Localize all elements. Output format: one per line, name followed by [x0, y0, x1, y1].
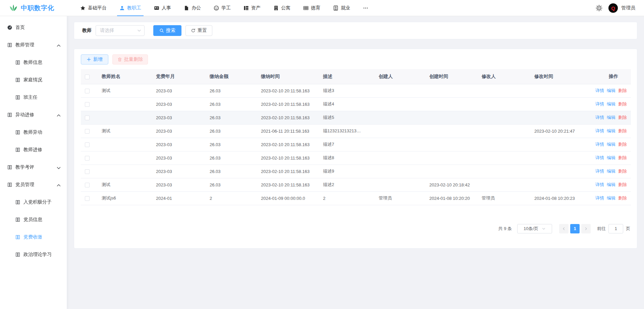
- row-checkbox[interactable]: [85, 183, 90, 187]
- sidebar-item-teacher-info[interactable]: 教师信息: [0, 54, 67, 71]
- delete-link[interactable]: 删除: [618, 101, 627, 106]
- nav-item-office[interactable]: 办公: [177, 0, 207, 16]
- username-label[interactable]: 管理员: [621, 5, 635, 11]
- nav-item-moral-education[interactable]: 德育: [297, 0, 327, 16]
- nav-item-label: 学工: [221, 5, 231, 11]
- detail-link[interactable]: 详情: [595, 142, 604, 147]
- sidebar-item-teaching-evaluation[interactable]: 教学考评: [0, 159, 67, 176]
- delete-link[interactable]: 删除: [618, 182, 627, 187]
- cell-name: [98, 165, 152, 178]
- table-row: 测试2023-0326.032023-02-10 20:11:58.163描述2…: [81, 178, 631, 191]
- cell-modify_time: [530, 178, 584, 191]
- sidebar-item-family-info[interactable]: 家庭情况: [0, 71, 67, 89]
- cell-name: 测试: [98, 124, 152, 138]
- row-checkbox[interactable]: [85, 89, 90, 93]
- detail-link[interactable]: 详情: [595, 115, 604, 120]
- delete-link[interactable]: 删除: [618, 115, 627, 120]
- nav-item-label: 办公: [192, 5, 201, 11]
- batch-delete-button[interactable]: 批量删除: [112, 54, 148, 64]
- nav-item-assets[interactable]: 资产: [237, 0, 267, 16]
- row-select-cell: [81, 84, 98, 97]
- app-logo[interactable]: 中职数字化: [0, 3, 69, 13]
- cell-desc: 描述3: [319, 84, 375, 97]
- edit-link[interactable]: 编辑: [607, 88, 615, 93]
- edit-link[interactable]: 编辑: [607, 142, 615, 147]
- row-checkbox[interactable]: [85, 196, 90, 201]
- nav-item-employment[interactable]: 就业: [327, 0, 357, 16]
- row-checkbox[interactable]: [85, 129, 90, 134]
- edit-link[interactable]: 编辑: [607, 101, 615, 106]
- detail-link[interactable]: 详情: [595, 88, 604, 93]
- sidebar-item-label: 党费收缴: [23, 234, 42, 240]
- sidebar: 首页教师管理教师信息家庭情况班主任异动进修教师异动教师进修教学考评党员管理入党积…: [0, 16, 67, 309]
- sidebar-item-teacher-transfer[interactable]: 教师异动: [0, 124, 67, 141]
- reset-button[interactable]: 重置: [185, 25, 212, 36]
- nav-item-hr[interactable]: 人事: [148, 0, 177, 16]
- sidebar-item-party-activist[interactable]: 入党积极分子: [0, 193, 67, 211]
- detail-link[interactable]: 详情: [595, 169, 604, 174]
- row-select-cell: [81, 111, 98, 124]
- search-button[interactable]: 搜索: [153, 25, 181, 36]
- row-checkbox[interactable]: [85, 102, 90, 107]
- cell-modify_time: 2023-02-10 20:21:47: [530, 124, 584, 138]
- delete-link[interactable]: 删除: [618, 155, 627, 160]
- news-icon: [333, 5, 338, 11]
- add-button[interactable]: 新增: [81, 54, 108, 64]
- sidebar-item-home[interactable]: 首页: [0, 19, 67, 36]
- edit-link[interactable]: 编辑: [607, 115, 615, 120]
- sidebar-item-party-fee-collection[interactable]: 党费收缴: [0, 228, 67, 246]
- detail-link[interactable]: 详情: [595, 155, 604, 160]
- sidebar-item-teacher-training[interactable]: 教师进修: [0, 141, 67, 159]
- avatar[interactable]: Q: [608, 3, 618, 13]
- row-checkbox[interactable]: [85, 142, 90, 147]
- nav-item-staff[interactable]: 教职工: [113, 0, 148, 16]
- settings-button[interactable]: [596, 5, 602, 11]
- chevron-up-icon: [56, 183, 61, 188]
- teacher-select[interactable]: 请选择: [96, 25, 145, 36]
- detail-link[interactable]: 详情: [595, 128, 604, 133]
- edit-link[interactable]: 编辑: [607, 155, 615, 160]
- sidebar-item-label: 政治理论学习: [23, 252, 52, 258]
- prev-page-button[interactable]: [559, 224, 569, 233]
- sidebar-item-political-theory-study[interactable]: 政治理论学习: [0, 246, 67, 263]
- cell-desc: 描述5: [319, 111, 375, 124]
- delete-link[interactable]: 删除: [618, 195, 627, 201]
- sidebar-item-label: 教师进修: [23, 147, 42, 153]
- select-all-checkbox[interactable]: [85, 75, 90, 79]
- detail-link[interactable]: 详情: [595, 195, 604, 201]
- edit-link[interactable]: 编辑: [607, 169, 615, 174]
- sidebar-item-transfer-training[interactable]: 异动进修: [0, 106, 67, 124]
- sidebar-item-party-member-info[interactable]: 党员信息: [0, 211, 67, 228]
- sidebar-item-head-teacher[interactable]: 班主任: [0, 89, 67, 106]
- delete-link[interactable]: 删除: [618, 142, 627, 147]
- cell-creator: [375, 124, 425, 138]
- row-checkbox[interactable]: [85, 116, 90, 120]
- cell-pay_time: 2024-01-09 00:00:00.0: [257, 191, 319, 205]
- nav-item-apartment[interactable]: 公寓: [267, 0, 297, 16]
- edit-link[interactable]: 编辑: [607, 182, 615, 187]
- page-size-select[interactable]: 10条/页: [517, 224, 552, 233]
- detail-link[interactable]: 详情: [595, 101, 604, 106]
- book-icon: [15, 77, 20, 83]
- sidebar-item-party-management[interactable]: 党员管理: [0, 176, 67, 193]
- edit-link[interactable]: 编辑: [607, 128, 615, 133]
- nav-item-student-affairs[interactable]: 学工: [207, 0, 237, 16]
- detail-link[interactable]: 详情: [595, 182, 604, 187]
- row-select-cell: [81, 151, 98, 165]
- sidebar-item-label: 党员信息: [23, 217, 42, 223]
- delete-link[interactable]: 删除: [618, 128, 627, 133]
- delete-link[interactable]: 删除: [618, 169, 627, 174]
- page-number-1[interactable]: 1: [570, 224, 580, 233]
- nav-item-more[interactable]: [357, 0, 377, 16]
- cell-create_time: [425, 111, 478, 124]
- goto-page-input[interactable]: [608, 224, 623, 233]
- row-checkbox[interactable]: [85, 169, 90, 174]
- cell-modify_time: 2024-01-08 10:20:23: [530, 191, 584, 205]
- next-page-button[interactable]: [581, 224, 591, 233]
- delete-link[interactable]: 删除: [618, 88, 627, 93]
- edit-link[interactable]: 编辑: [607, 195, 615, 201]
- row-checkbox[interactable]: [85, 156, 90, 161]
- nav-item-base-platform[interactable]: 基础平台: [74, 0, 113, 16]
- row-actions: 详情编辑删除: [584, 138, 631, 151]
- sidebar-item-teacher-management[interactable]: 教师管理: [0, 36, 67, 54]
